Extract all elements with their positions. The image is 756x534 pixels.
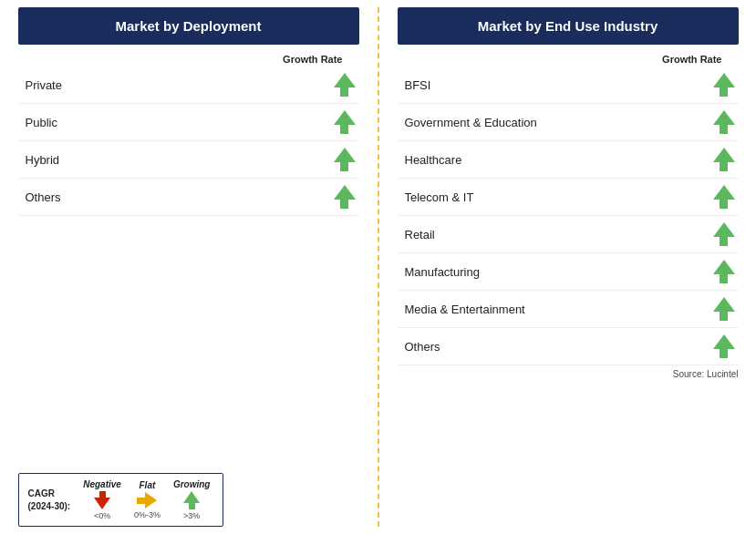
row-label-manufacturing: Manufacturing [405, 265, 480, 279]
row-label-hybrid: Hybrid [26, 153, 60, 167]
legend-label-negative: Negative [83, 479, 121, 489]
list-item: Private [18, 67, 359, 104]
list-item: Public [18, 104, 359, 141]
arrow-up-icon [334, 148, 356, 171]
yellow-arrow-right-icon [137, 492, 157, 508]
right-panel-header: Market by End Use Industry [398, 7, 739, 45]
arrow-up-icon [334, 73, 356, 97]
row-label-others-left: Others [26, 190, 61, 204]
row-label-public: Public [26, 116, 57, 129]
list-item: Retail [398, 216, 739, 253]
legend-item-negative: Negative <0% [83, 479, 121, 520]
arrow-up-icon [334, 185, 356, 209]
source-text: Source: Lucintel [398, 369, 739, 379]
row-label-bfsi: BFSI [405, 78, 431, 92]
legend-item-growing: Growing >3% [173, 479, 211, 520]
list-item: Manufacturing [398, 253, 739, 291]
list-item: BFSI [398, 67, 739, 104]
row-label-retail: Retail [405, 228, 435, 241]
row-label-others-right: Others [405, 340, 440, 354]
right-panel: Market by End Use Industry Growth Rate B… [388, 7, 748, 527]
left-panel-content: Growth Rate Private Public Hybrid Others [18, 54, 359, 527]
row-label-healthcare: Healthcare [405, 153, 462, 167]
legend-sub-flat: 0%-3% [134, 510, 161, 519]
panel-divider [378, 7, 379, 527]
arrow-up-icon [713, 185, 735, 209]
legend: CAGR (2024-30): Negative <0% Flat 0%-3% [18, 473, 224, 527]
legend-item-flat: Flat 0%-3% [134, 480, 161, 519]
arrow-up-icon [713, 148, 735, 171]
list-item: Media & Entertainment [398, 291, 739, 328]
left-growth-rate-label: Growth Rate [18, 54, 359, 65]
list-item: Telecom & IT [398, 179, 739, 216]
arrow-up-icon [713, 110, 735, 134]
left-panel: Market by Deployment Growth Rate Private… [9, 7, 368, 527]
legend-label-growing: Growing [173, 479, 211, 489]
row-label-private: Private [26, 78, 62, 92]
green-arrow-up-sm-icon [183, 491, 200, 509]
right-growth-rate-label: Growth Rate [398, 54, 739, 65]
arrow-up-icon [713, 297, 735, 321]
main-container: Market by Deployment Growth Rate Private… [9, 7, 748, 527]
legend-sub-negative: <0% [94, 511, 110, 520]
arrow-up-icon [713, 334, 735, 358]
arrow-up-icon [713, 222, 735, 246]
arrow-up-icon [713, 260, 735, 283]
list-item: Healthcare [398, 141, 739, 179]
legend-sub-growing: >3% [183, 511, 200, 520]
legend-title: CAGR (2024-30): [28, 488, 71, 513]
list-item: Hybrid [18, 141, 359, 179]
red-arrow-down-icon [94, 491, 110, 509]
list-item: Government & Education [398, 104, 739, 141]
legend-label-flat: Flat [140, 480, 156, 490]
row-label-telecom: Telecom & IT [405, 190, 474, 204]
arrow-up-icon [334, 110, 356, 134]
arrow-up-icon [713, 73, 735, 97]
row-label-gov-edu: Government & Education [405, 116, 537, 129]
left-panel-header: Market by Deployment [18, 7, 359, 45]
list-item: Others [398, 328, 739, 365]
right-panel-content: Growth Rate BFSI Government & Education … [398, 54, 739, 527]
row-label-media: Media & Entertainment [405, 303, 525, 316]
list-item: Others [18, 179, 359, 216]
